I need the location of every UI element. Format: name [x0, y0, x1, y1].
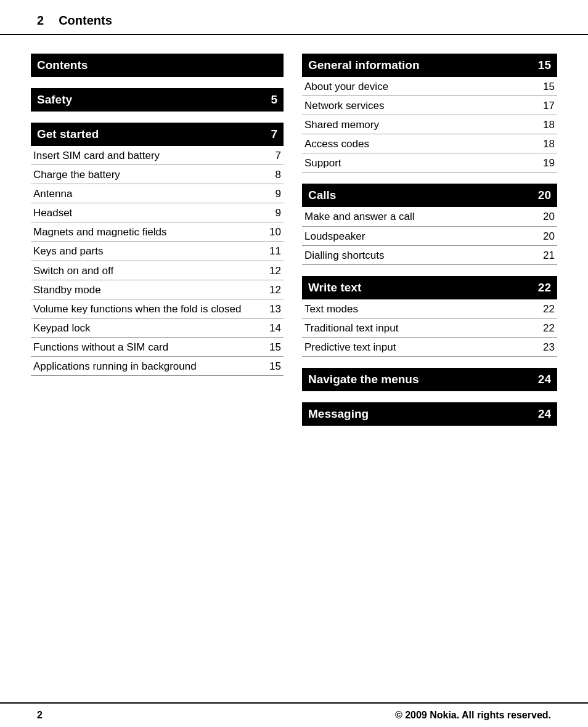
general-entries: About your device15Network services17Sha…: [302, 77, 557, 173]
entry-title: Make and answer a call: [304, 210, 540, 224]
toc-entry: Network services17: [302, 96, 557, 115]
entry-num: 12: [266, 264, 281, 278]
col-left: Contents Safety 5 Get started 7 Insert S…: [31, 54, 284, 690]
toc-entry: Text modes22: [302, 299, 557, 319]
toc-entry: Switch on and off12: [31, 261, 284, 280]
entry-num: 15: [266, 341, 281, 354]
entry-title: Standby mode: [33, 283, 266, 297]
entry-num: 20: [540, 230, 555, 243]
entry-num: 13: [266, 303, 281, 316]
get-started-entries: Insert SIM card and battery7Charge the b…: [31, 146, 284, 376]
main-content: Contents Safety 5 Get started 7 Insert S…: [0, 35, 588, 702]
calls-entries: Make and answer a call20Loudspeaker20Dia…: [302, 207, 557, 264]
entry-num: 7: [266, 149, 281, 163]
entry-title: Predictive text input: [304, 341, 540, 354]
general-title: General information: [308, 59, 420, 72]
entry-title: Magnets and magnetic fields: [33, 225, 266, 239]
toc-entry: Dialling shortcuts21: [302, 246, 557, 265]
toc-entry: Antenna9: [31, 184, 284, 203]
calls-num: 20: [538, 189, 551, 202]
entry-title: Charge the battery: [33, 168, 266, 182]
header-page-num: 2: [37, 14, 44, 28]
footer-copyright: © 2009 Nokia. All rights reserved.: [395, 710, 551, 721]
entry-title: Applications running in background: [33, 360, 266, 373]
page-header: 2 Contents: [0, 0, 588, 35]
toc-entry: Keys and parts11: [31, 242, 284, 261]
entry-title: Switch on and off: [33, 264, 266, 278]
navigate-num: 24: [538, 373, 551, 386]
get-started-num: 7: [271, 128, 277, 141]
page-wrapper: 2 Contents Contents Safety 5 Get started…: [0, 0, 588, 727]
toc-entry: Standby mode12: [31, 280, 284, 299]
navigate-title: Navigate the menus: [308, 373, 419, 386]
toc-entry: Keypad lock14: [31, 319, 284, 338]
entry-title: Traditional text input: [304, 322, 540, 335]
general-num: 15: [538, 59, 551, 72]
toc-entry: Insert SIM card and battery7: [31, 146, 284, 165]
entry-title: Text modes: [304, 303, 540, 316]
entry-title: Insert SIM card and battery: [33, 149, 266, 163]
entry-num: 14: [266, 322, 281, 335]
safety-section-header: Safety 5: [31, 88, 284, 112]
entry-num: 21: [540, 249, 555, 262]
get-started-title: Get started: [37, 128, 99, 141]
get-started-section-header: Get started 7: [31, 123, 284, 146]
safety-num: 5: [271, 93, 277, 107]
entry-title: Keypad lock: [33, 322, 266, 335]
toc-entry: About your device15: [302, 77, 557, 96]
messaging-num: 24: [538, 407, 551, 421]
entry-title: Support: [304, 156, 540, 170]
toc-entry: Functions without a SIM card15: [31, 338, 284, 357]
entry-num: 10: [266, 225, 281, 239]
entry-num: 20: [540, 210, 555, 224]
navigate-section-header: Navigate the menus 24: [302, 368, 557, 391]
entry-num: 9: [266, 206, 281, 220]
entry-num: 17: [540, 99, 555, 113]
toc-entry: Traditional text input22: [302, 319, 557, 338]
entry-title: Volume key functions when the fold is cl…: [33, 303, 266, 316]
col-right: General information 15 About your device…: [302, 54, 557, 690]
calls-title: Calls: [308, 189, 336, 202]
toc-entry: Loudspeaker20: [302, 227, 557, 246]
entry-num: 8: [266, 168, 281, 182]
entry-title: About your device: [304, 80, 540, 94]
entry-title: Antenna: [33, 187, 266, 201]
entry-title: Network services: [304, 99, 540, 113]
entry-title: Headset: [33, 206, 266, 220]
footer-page-num: 2: [37, 710, 43, 721]
toc-entry: Headset9: [31, 203, 284, 222]
messaging-title: Messaging: [308, 407, 369, 421]
entry-num: 12: [266, 283, 281, 297]
toc-entry: Make and answer a call20: [302, 207, 557, 226]
calls-section-header: Calls 20: [302, 184, 557, 207]
entry-num: 9: [266, 187, 281, 201]
write-text-section-header: Write text 22: [302, 276, 557, 299]
header-title: Contents: [59, 14, 112, 28]
entry-num: 15: [266, 360, 281, 373]
entry-num: 22: [540, 322, 555, 335]
safety-title: Safety: [37, 93, 72, 107]
entry-title: Access codes: [304, 137, 540, 151]
entry-title: Shared memory: [304, 118, 540, 132]
entry-num: 22: [540, 303, 555, 316]
write-text-title: Write text: [308, 281, 361, 294]
page-footer: 2 © 2009 Nokia. All rights reserved.: [0, 702, 588, 727]
write-text-num: 22: [538, 281, 551, 294]
entry-num: 15: [540, 80, 555, 94]
entry-title: Dialling shortcuts: [304, 249, 540, 262]
entry-num: 18: [540, 137, 555, 151]
entry-num: 23: [540, 341, 555, 354]
toc-entry: Shared memory18: [302, 115, 557, 134]
contents-section-header: Contents: [31, 54, 284, 77]
toc-entry: Access codes18: [302, 134, 557, 153]
entry-num: 18: [540, 118, 555, 132]
toc-entry: Predictive text input23: [302, 338, 557, 357]
messaging-section-header: Messaging 24: [302, 402, 557, 426]
entry-title: Keys and parts: [33, 245, 266, 258]
toc-entry: Magnets and magnetic fields10: [31, 222, 284, 242]
write-text-entries: Text modes22Traditional text input22Pred…: [302, 299, 557, 357]
entry-num: 19: [540, 156, 555, 170]
entry-title: Loudspeaker: [304, 230, 540, 243]
toc-entry: Applications running in background15: [31, 357, 284, 376]
general-section-header: General information 15: [302, 54, 557, 77]
